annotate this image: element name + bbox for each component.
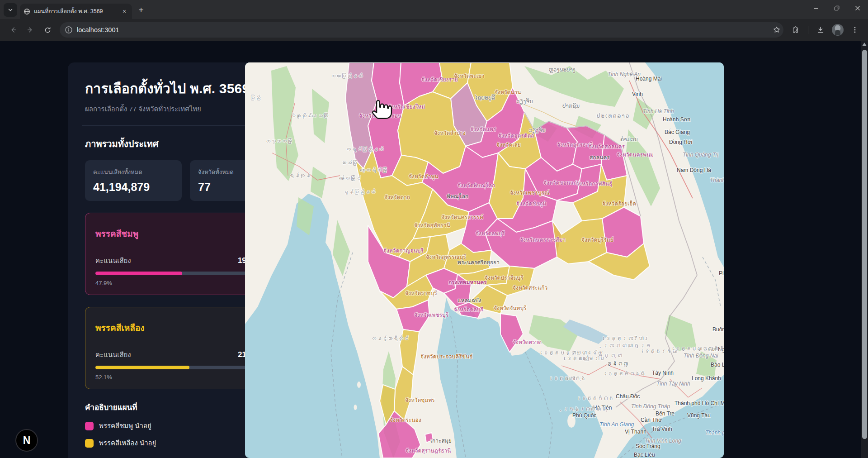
nextjs-dev-badge[interactable]: N bbox=[15, 429, 38, 452]
map-label: Nam Đông Hà bbox=[677, 167, 711, 173]
map-label: ကယားပြည်နယ် bbox=[330, 73, 363, 79]
map-label: ខេត្តមណ្ឌលគិរី bbox=[673, 346, 724, 352]
map-label: จังหวัดราชบุรี bbox=[405, 290, 437, 297]
back-button[interactable] bbox=[5, 22, 21, 38]
forward-button[interactable] bbox=[23, 22, 38, 38]
map-label: Bến Tre bbox=[656, 410, 675, 417]
map-label: กรุงเทพมหานคร bbox=[448, 279, 487, 286]
legend-label: พรรคสีชมพู นำอยู่ bbox=[99, 420, 151, 431]
map-label: Vinh bbox=[632, 91, 643, 97]
map-label: Sóc Trăng bbox=[636, 443, 660, 449]
reload-button[interactable] bbox=[40, 22, 55, 38]
toolbar-divider bbox=[808, 26, 808, 34]
map-label: Cần Thơ bbox=[641, 417, 662, 423]
extensions-button[interactable] bbox=[788, 22, 803, 38]
back-arrow-icon bbox=[9, 26, 17, 34]
map-label: ວຽງຈັນ bbox=[529, 127, 546, 134]
map-label: ខេត្តក្រចេះ bbox=[642, 348, 677, 354]
map-label: ខេត្តព្រះវិហារ bbox=[603, 335, 649, 342]
tab-close-button[interactable]: × bbox=[120, 7, 128, 15]
map-label: จังหวัดประจวบคีรีขันธ์ bbox=[420, 353, 472, 360]
map-label: Thành phố Hồ Chí Minh bbox=[675, 400, 724, 406]
hand-cursor-icon bbox=[371, 95, 394, 120]
map-label: ရန်ကုန် bbox=[288, 172, 310, 179]
map-label: จังหวัดอุดรธานี bbox=[557, 142, 593, 148]
map-label: Thành phố Huế bbox=[710, 177, 724, 183]
yellow-swatch bbox=[85, 439, 94, 448]
map-label: เกาะสมุย bbox=[430, 438, 452, 444]
profile-avatar[interactable] bbox=[832, 24, 844, 36]
map-label: Tỉnh Tây Ninh bbox=[656, 381, 690, 387]
map-canvas[interactable]: จังหวัดแม่ฮ่องสอนจังหวัดเชียงใหม่จังหวัด… bbox=[245, 62, 724, 458]
map-label: ဘားအံမြို့ bbox=[341, 160, 357, 166]
map-label: จังหวัดชลบุรี bbox=[454, 306, 483, 313]
map-label: ຄຳມ່ວນ bbox=[620, 136, 638, 143]
url-text[interactable]: localhost:3001 bbox=[77, 26, 773, 33]
map-label: ປາກຊັນ bbox=[562, 103, 580, 109]
map-label: จังหวัดลพบุรี bbox=[476, 230, 505, 237]
map-label: จังหวัดปราจีนบุรี bbox=[485, 275, 524, 281]
party-progress-fill bbox=[95, 366, 189, 369]
window-controls bbox=[806, 0, 868, 16]
map-label: Tỉnh Đồng Nai bbox=[684, 353, 718, 359]
browser-tab[interactable]: แผนที่การเลือกตั้ง พ.ศ. 3569 × bbox=[20, 4, 132, 19]
map-label: จังหวัดชัยภูมิ bbox=[516, 200, 546, 207]
map-label: ကရင်ပြည်နယ် bbox=[345, 146, 383, 153]
election-map[interactable]: จังหวัดแม่ฮ่องสอนจังหวัดเชียงใหม่จังหวัด… bbox=[245, 62, 724, 458]
browser-menu-button[interactable] bbox=[847, 22, 863, 38]
tab-search-button[interactable] bbox=[4, 3, 17, 17]
islet bbox=[354, 405, 357, 410]
map-label: พระนครศรีอยุธยา bbox=[458, 259, 500, 266]
bookmark-star-icon[interactable] bbox=[773, 26, 781, 34]
window-close-button[interactable] bbox=[847, 0, 868, 16]
map-label: ខេត្តកំពង់ធំ bbox=[605, 371, 646, 377]
map-label: จังหวัดนครพนม bbox=[617, 152, 654, 158]
map-label: Pleiku bbox=[719, 270, 724, 277]
map-label: แหลมฉบัง bbox=[458, 297, 481, 304]
forward-arrow-icon bbox=[26, 26, 34, 34]
map-label: จังหวัดพิษณุโลก bbox=[458, 182, 495, 189]
map-label: จังหวัดน่าน bbox=[495, 89, 521, 95]
address-bar[interactable]: localhost:3001 bbox=[60, 22, 783, 38]
map-label: ក្រុងព្រះសីហនុ bbox=[560, 406, 607, 412]
map-label: Vị Thanh bbox=[625, 429, 646, 435]
window-restore-button[interactable] bbox=[826, 0, 847, 16]
map-label: จังหวัดกาญจนบุรี bbox=[383, 248, 424, 254]
map-label: จังหวัดแพร่ bbox=[470, 126, 496, 133]
scrollbar-thumb[interactable] bbox=[862, 50, 867, 439]
map-label: จังหวัดขอนแก่น bbox=[543, 180, 580, 186]
new-tab-button[interactable]: + bbox=[135, 4, 147, 16]
party-votes-label: คะแนนเสียง bbox=[95, 255, 131, 266]
party-progress-fill bbox=[95, 272, 182, 275]
map-label: ကော့ကရိတ်မြို့ bbox=[360, 167, 387, 173]
map-label: ပဲခူးတိုင်းဒေသကြီး bbox=[290, 113, 328, 119]
map-label: ປະເທດລາວ bbox=[597, 113, 630, 119]
reload-icon bbox=[44, 26, 52, 34]
map-label: ວຽງຈັນ bbox=[516, 98, 533, 105]
map-label: Thành phố Hồ Chí Minh bbox=[705, 429, 724, 436]
site-info-icon[interactable] bbox=[65, 26, 72, 33]
map-label: Bạc Liêu bbox=[634, 452, 655, 458]
page-content: การเลือกตั้งทั่วไป พ.ศ. 3569 ผลการเลือกต… bbox=[0, 41, 861, 458]
map-label: Bảo Lộc bbox=[711, 362, 724, 368]
map-label: ໄຊຍະບູລີ bbox=[475, 94, 495, 101]
map-label: จังหวัดเพชรบุรี bbox=[414, 312, 449, 319]
map-label: Tỉnh Hà Tĩnh bbox=[643, 108, 674, 114]
page-scrollbar[interactable] bbox=[861, 41, 868, 458]
map-label: จังหวัดระนอง bbox=[390, 417, 421, 423]
scrollbar-up-arrow-icon[interactable] bbox=[862, 43, 867, 46]
map-label: จังหวัดจันทบุรี bbox=[494, 305, 527, 312]
map-label: สกลนคร bbox=[590, 154, 610, 161]
map-label: ខេត្តសៀមរាប bbox=[564, 355, 605, 362]
map-label: จังหวัดสระแก้ว bbox=[513, 285, 547, 291]
map-label: จังหวัดนครราชสีมา bbox=[520, 237, 566, 243]
map-label: Long Khánh bbox=[692, 375, 721, 382]
map-label: ភ្នំពេញ bbox=[607, 361, 628, 367]
map-label: จังหวัดเลย bbox=[496, 142, 521, 148]
map-label: จังหวัดสกลนคร bbox=[589, 143, 625, 150]
downloads-button[interactable] bbox=[813, 22, 828, 38]
window-minimize-button[interactable] bbox=[806, 0, 826, 16]
kebab-menu-icon bbox=[851, 26, 859, 33]
browser-toolbar: localhost:3001 bbox=[0, 19, 868, 41]
chevron-down-icon bbox=[7, 7, 14, 13]
